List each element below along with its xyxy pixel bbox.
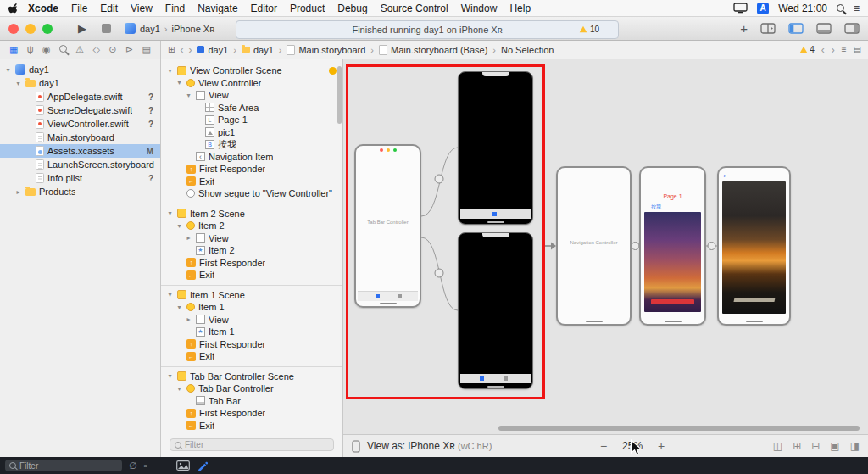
tab-bar[interactable] <box>460 209 531 219</box>
disclosure-open-icon[interactable]: ▾ <box>166 372 174 380</box>
file-assets-xcassets-6[interactable]: Assets.xcassetsM <box>0 144 160 158</box>
outline-item-1-scene-2-0[interactable]: ▾Item 1 Scene <box>161 289 342 302</box>
tab-item-selected[interactable] <box>480 376 484 381</box>
spotlight-icon[interactable] <box>837 4 844 12</box>
list-view-icon[interactable]: ≡ <box>842 45 847 54</box>
editor-options-icon[interactable]: ▤ <box>854 45 861 54</box>
outline-view-1-2[interactable]: ▸View <box>161 232 342 245</box>
outline-tab-bar-3-2[interactable]: Tab Bar <box>161 395 342 408</box>
outline-exit-0-9[interactable]: Exit <box>161 176 342 188</box>
item2-view-frame[interactable] <box>458 232 533 389</box>
file-info-plist-8[interactable]: Info.plist? <box>0 171 160 185</box>
next-issue-icon[interactable]: › <box>832 44 835 56</box>
menu-window[interactable]: Window <box>461 3 498 14</box>
breakpoint-navigator-icon[interactable]: ⊳ <box>125 45 133 54</box>
zoom-in-button[interactable]: + <box>658 439 665 453</box>
disclosure-open-icon[interactable]: ▾ <box>175 222 183 230</box>
outline-exit-1-5[interactable]: Exit <box>161 269 342 282</box>
file-viewcontroller-swift-4[interactable]: ViewController.swift? <box>0 117 160 131</box>
apple-menu-icon[interactable] <box>8 3 19 14</box>
disclosure-closed-icon[interactable]: ▸ <box>14 188 22 196</box>
outline-filter-field[interactable]: Filter <box>170 438 334 451</box>
disclosure-open-icon[interactable]: ▾ <box>166 291 174 298</box>
toggle-navigator-button[interactable] <box>788 23 804 34</box>
breadcrumb-item-main-storyboard-2[interactable]: Main.storyboard <box>287 45 365 55</box>
outline-scrollbar[interactable] <box>337 66 342 124</box>
brush-icon[interactable] <box>197 460 208 471</box>
report-navigator-icon[interactable]: ▤ <box>142 45 151 54</box>
file-day1-1[interactable]: ▾day1 <box>0 76 160 90</box>
tab-bar[interactable] <box>460 374 531 383</box>
disclosure-open-icon[interactable]: ▾ <box>175 304 183 311</box>
disclosure-open-icon[interactable]: ▾ <box>4 66 12 74</box>
source-control-filter-icon[interactable]: ▫ <box>144 461 147 471</box>
breadcrumb-item-day1-1[interactable]: day1 <box>242 45 274 55</box>
disclosure-open-icon[interactable]: ▾ <box>175 385 183 393</box>
menu-view[interactable]: View <box>131 3 153 14</box>
zoom-out-button[interactable]: − <box>600 439 607 453</box>
outline-item-2-scene-1-0[interactable]: ▾Item 2 Scene <box>161 208 342 220</box>
media-library-icon[interactable] <box>176 460 190 471</box>
project-navigator-icon[interactable]: ▦ <box>9 45 18 54</box>
add-editor-button[interactable] <box>760 23 776 34</box>
outline-view-controller-0-1[interactable]: ▾View Controller <box>161 77 342 90</box>
outline-exit-3-4[interactable]: Exit <box>161 420 342 432</box>
tab-item-selected[interactable] <box>492 212 497 216</box>
outline-按我-0-6[interactable]: 按我 <box>161 138 342 151</box>
menu-source-control[interactable]: Source Control <box>381 3 448 14</box>
notification-center-icon[interactable]: ≡ <box>854 3 860 14</box>
source-control-navigator-icon[interactable]: ψ <box>27 45 34 54</box>
outline-item-2-1-1[interactable]: ▾Item 2 <box>161 220 342 232</box>
page1-view-controller-frame[interactable]: Page 1 按我 <box>639 166 706 326</box>
outline-view-0-2[interactable]: ▾View <box>161 89 342 102</box>
outline-pic1-0-5[interactable]: pic1 <box>161 126 342 139</box>
pin-icon[interactable]: ▣ <box>830 440 839 452</box>
outline-view-2-2[interactable]: ▸View <box>161 314 342 326</box>
menu-help[interactable]: Help <box>509 3 531 14</box>
previous-issue-icon[interactable]: ‹ <box>821 44 825 56</box>
find-navigator-icon[interactable] <box>59 45 67 54</box>
menu-product[interactable]: Product <box>290 3 325 14</box>
menu-debug[interactable]: Debug <box>337 3 367 14</box>
close-window-button[interactable] <box>8 24 19 34</box>
toggle-debug-area-button[interactable] <box>816 23 832 34</box>
disclosure-closed-icon[interactable]: ▸ <box>185 234 192 242</box>
device-preview-icon[interactable] <box>352 440 360 453</box>
disclosure-closed-icon[interactable]: ▸ <box>185 315 192 323</box>
disclosure-open-icon[interactable]: ▾ <box>166 209 174 217</box>
menubar-clock[interactable]: Wed 21:00 <box>778 3 827 14</box>
back-history-icon[interactable]: ‹ <box>180 44 183 56</box>
outline-tab-bar-controller-3-1[interactable]: ▾Tab Bar Controller <box>161 382 342 395</box>
press-me-button[interactable]: 按我 <box>651 204 661 211</box>
back-indicator[interactable]: ‹ <box>723 172 726 180</box>
outline-safe-area-0-3[interactable]: Safe Area <box>161 102 342 114</box>
outline-first-responder-1-4[interactable]: First Responder <box>161 257 342 270</box>
scene-warning-dot[interactable] <box>329 67 337 75</box>
navigator-filter-field[interactable]: Filter <box>5 460 122 471</box>
library-button[interactable]: + <box>740 21 748 36</box>
update-frames-icon[interactable]: ◫ <box>773 440 782 452</box>
menu-find[interactable]: Find <box>165 3 185 14</box>
display-icon[interactable] <box>733 3 748 14</box>
zoom-level[interactable]: 25% <box>622 440 643 452</box>
menu-editor[interactable]: Editor <box>251 3 277 14</box>
resolve-auto-layout-icon[interactable]: ◨ <box>850 440 860 452</box>
scheme-selector[interactable]: day1 › iPhone Xʀ <box>125 23 214 34</box>
file-launchscreen-storyboard-7[interactable]: LaunchScreen.storyboard <box>0 158 160 171</box>
outline-item-1-2-3[interactable]: Item 1 <box>161 326 342 338</box>
warning-count-badge[interactable]: 10 <box>579 25 599 34</box>
file-appdelegate-swift-2[interactable]: AppDelegate.swift? <box>0 90 160 103</box>
breadcrumb-item-day1-0[interactable]: day1 <box>197 45 228 55</box>
outline-navigation-item-0-7[interactable]: Navigation Item <box>161 151 342 164</box>
menu-xcode[interactable]: Xcode <box>28 3 58 14</box>
file-products-9[interactable]: ▸Products <box>0 185 160 198</box>
file-scenedelegate-swift-3[interactable]: SceneDelegate.swift? <box>0 103 160 117</box>
align-icon[interactable]: ⊟ <box>811 440 820 452</box>
no-recent-filter-icon[interactable]: ∅ <box>129 461 137 471</box>
outline-page-1-0-4[interactable]: Page 1 <box>161 114 342 126</box>
minimize-window-button[interactable] <box>25 24 36 34</box>
storyboard-canvas[interactable]: Tab Bar Controller Navigation Controller… <box>343 59 868 434</box>
disclosure-open-icon[interactable]: ▾ <box>185 92 192 99</box>
issues-badge[interactable]: 4 <box>799 45 815 54</box>
scheme-device[interactable]: iPhone Xʀ <box>172 24 215 34</box>
